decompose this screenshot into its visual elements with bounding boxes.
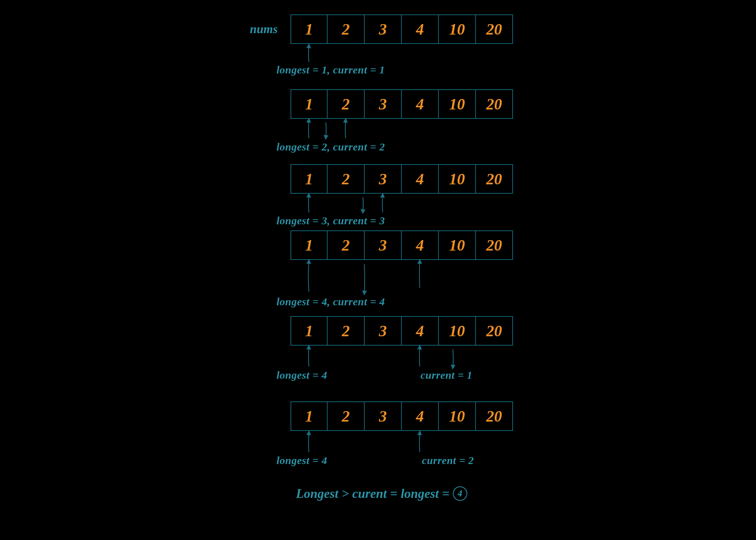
array-row-3: 1 2 3 4 10 20 [291, 164, 513, 194]
array-cell: 2 [328, 89, 365, 119]
array-cell: 1 [291, 401, 328, 431]
arrow-up-icon [309, 120, 309, 138]
arrow-down-icon [363, 197, 363, 212]
array-row-1: 1 2 3 4 10 20 [291, 14, 513, 44]
step-caption: longest = 1, current = 1 [276, 64, 385, 76]
nums-label: nums [250, 22, 278, 36]
array-cell: 10 [439, 14, 476, 44]
arrow-down-icon [364, 264, 365, 293]
arrow-up-icon [309, 195, 309, 212]
conclusion-text: Longest > curent = longest = [296, 486, 450, 501]
array-cell: 10 [439, 316, 476, 346]
arrow-up-icon [309, 46, 309, 62]
step-caption: longest = 3, current = 3 [276, 215, 385, 227]
arrows-overlay [0, 0, 756, 540]
array-cell: 3 [365, 14, 402, 44]
array-cell: 2 [328, 14, 365, 44]
array-cell: 4 [402, 164, 439, 194]
step-caption: longest = 4, current = 4 [276, 296, 385, 308]
array-cell: 3 [365, 164, 402, 194]
array-cell: 1 [291, 230, 328, 260]
conclusion: Longest > curent = longest = 4 [296, 486, 467, 501]
step-caption-right: current = 2 [422, 454, 474, 467]
array-cell: 20 [476, 14, 513, 44]
array-cell: 20 [476, 164, 513, 194]
array-cell: 3 [365, 230, 402, 260]
array-cell: 2 [328, 230, 365, 260]
arrow-down-icon [453, 349, 453, 367]
arrow-up-icon [309, 261, 309, 292]
array-cell: 2 [328, 316, 365, 346]
array-cell: 1 [291, 316, 328, 346]
array-cell: 4 [402, 401, 439, 431]
step-caption-left: longest = 4 [276, 454, 327, 467]
array-cell: 20 [476, 316, 513, 346]
arrow-up-icon [419, 433, 420, 452]
step-caption: longest = 2, current = 2 [276, 141, 385, 153]
array-cell: 10 [439, 230, 476, 260]
array-cell: 3 [365, 316, 402, 346]
array-cell: 10 [439, 164, 476, 194]
array-cell: 4 [402, 230, 439, 260]
array-cell: 2 [328, 164, 365, 194]
arrow-up-icon [309, 347, 309, 366]
array-cell: 20 [476, 401, 513, 431]
array-cell: 2 [328, 401, 365, 431]
array-cell: 1 [291, 14, 328, 44]
diagram-canvas: nums 1 2 3 4 10 20 1 2 3 4 10 20 1 2 3 4… [0, 0, 756, 540]
array-row-2: 1 2 3 4 10 20 [291, 89, 513, 119]
step-caption-right: current = 1 [420, 369, 472, 381]
array-cell: 3 [365, 401, 402, 431]
array-cell: 1 [291, 164, 328, 194]
array-row-4: 1 2 3 4 10 20 [291, 230, 513, 260]
conclusion-answer-circle: 4 [453, 486, 467, 501]
array-cell: 20 [476, 89, 513, 119]
array-cell: 10 [439, 401, 476, 431]
arrow-up-icon [419, 347, 420, 366]
array-cell: 4 [402, 89, 439, 119]
array-cell: 3 [365, 89, 402, 119]
array-cell: 1 [291, 89, 328, 119]
array-row-6: 1 2 3 4 10 20 [291, 401, 513, 431]
array-cell: 10 [439, 89, 476, 119]
array-cell: 20 [476, 230, 513, 260]
arrow-up-icon [345, 120, 346, 138]
array-cell: 4 [402, 14, 439, 44]
arrow-down-icon [326, 122, 326, 138]
arrow-up-icon [309, 433, 309, 452]
step-caption-left: longest = 4 [276, 369, 327, 381]
array-cell: 4 [402, 316, 439, 346]
array-row-5: 1 2 3 4 10 20 [291, 316, 513, 346]
arrow-up-icon [419, 261, 420, 288]
arrow-up-icon [382, 195, 383, 212]
